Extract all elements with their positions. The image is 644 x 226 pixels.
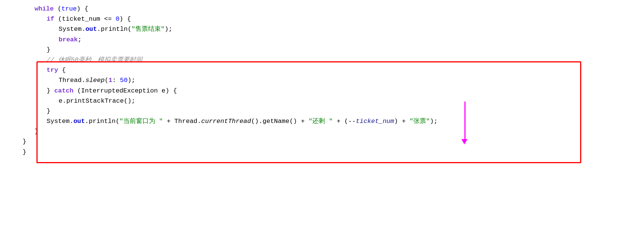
code-token: out (85, 24, 97, 34)
code-line: } (23, 126, 644, 137)
code-token: ) { (119, 14, 131, 24)
code-line: break; (23, 35, 644, 45)
code-token: 1 (109, 75, 112, 85)
code-token: ); (430, 116, 437, 126)
code-token: System. (47, 116, 73, 126)
code-token: ( (54, 4, 61, 14)
code-token: ; (78, 35, 82, 45)
code-line: if (ticket_num <= 0) { (23, 14, 644, 24)
code-token: true (61, 4, 77, 14)
code-token: ); (165, 24, 172, 34)
code-token: currentThread (201, 116, 251, 126)
code-token: catch (54, 86, 73, 96)
code-token: ) { (77, 4, 88, 14)
code-token: } (47, 86, 54, 96)
code-content: while (true) {if (ticket_num <= 0) {Syst… (0, 0, 644, 161)
code-line: // 休眠50毫秒。模拟卖票要时间 (23, 55, 644, 65)
code-token: { (58, 65, 66, 75)
code-token: 0 (116, 14, 119, 24)
code-token: ( (104, 75, 108, 85)
code-token: sleep (85, 75, 104, 85)
code-token: : (112, 75, 120, 85)
code-token: while (35, 4, 54, 14)
code-token: } (47, 106, 50, 116)
code-line: } (23, 106, 644, 116)
code-token: // 休眠50毫秒。模拟卖票要时间 (47, 55, 142, 65)
code-line: } (23, 147, 644, 157)
code-token: (ticket_num <= (54, 14, 115, 24)
code-token: break (59, 35, 78, 45)
code-token: out (73, 116, 85, 126)
code-token: "售票结束" (132, 24, 165, 34)
code-token: .println( (97, 24, 132, 34)
code-line: e.printStackTrace(); (23, 96, 644, 106)
code-token: } (23, 147, 26, 157)
code-token: if (47, 14, 54, 24)
code-token: ); (128, 75, 135, 85)
code-token: + (-- (333, 116, 356, 126)
code-token: System. (59, 24, 85, 34)
code-token: try (47, 65, 58, 75)
code-editor: while (true) {if (ticket_num <= 0) {Syst… (0, 0, 644, 226)
code-line: } (23, 45, 644, 55)
code-line: System.out.println("售票结束"); (23, 24, 644, 34)
code-token: 50 (120, 75, 127, 85)
code-token: ().getName() + (251, 116, 308, 126)
code-token: } (47, 45, 50, 55)
code-token: "当前窗口为 " (119, 116, 163, 126)
code-line: while (true) { (23, 4, 644, 14)
code-line: System.out.println("当前窗口为 " + Thread.cur… (23, 116, 644, 126)
code-token: } (35, 126, 38, 137)
code-token: (InterruptedException e) { (73, 86, 177, 96)
code-token: + Thread. (163, 116, 201, 126)
code-token: ) + (394, 116, 410, 126)
code-token: e.printStackTrace(); (59, 96, 135, 106)
code-token: "张票" (410, 116, 430, 126)
code-line: } (23, 137, 644, 147)
code-line: try { (23, 65, 644, 75)
code-line: } catch (InterruptedException e) { (23, 86, 644, 96)
code-token: ticket_num (356, 116, 394, 126)
code-token: "还剩 " (308, 116, 333, 126)
code-token: .println( (85, 116, 119, 126)
code-token: } (23, 137, 26, 147)
code-line: Thread.sleep(1: 50); (23, 75, 644, 85)
code-token: Thread. (59, 75, 85, 85)
